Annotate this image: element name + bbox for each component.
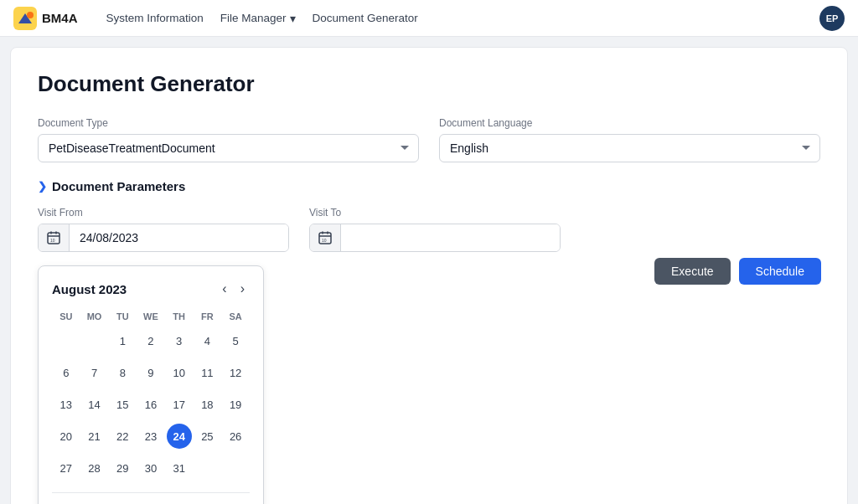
cal-header-fr: FR xyxy=(194,308,222,325)
cal-day-13[interactable]: 13 xyxy=(54,392,79,417)
visit-to-group: Visit To 10 xyxy=(309,207,561,252)
calendar: August 2023 ‹ › SU MO TU WE TH FR SA xyxy=(38,265,264,504)
cal-header-mo: MO xyxy=(80,308,109,325)
cal-day-23[interactable]: 23 xyxy=(138,424,163,449)
svg-text:10: 10 xyxy=(50,238,55,243)
cal-header-su: SU xyxy=(52,308,80,325)
cal-day-14[interactable]: 14 xyxy=(82,392,107,417)
action-bar: Execute Schedule xyxy=(654,258,821,285)
nav-system-info[interactable]: System Information xyxy=(98,0,212,37)
cal-day-24[interactable]: 24 xyxy=(167,424,192,449)
cal-day-1[interactable]: 1 xyxy=(110,328,135,353)
cal-day-3[interactable]: 3 xyxy=(167,328,192,353)
cal-header-th: TH xyxy=(165,308,194,325)
avatar[interactable]: EP xyxy=(819,6,845,31)
calendar-icon: 10 xyxy=(47,231,60,244)
bm4a-logo-icon xyxy=(13,7,37,30)
visit-to-input-wrapper: 10 xyxy=(309,224,561,252)
cal-day-9[interactable]: 9 xyxy=(138,360,163,385)
cal-day-4[interactable]: 4 xyxy=(194,328,220,353)
cal-day-6[interactable]: 6 xyxy=(54,360,79,385)
schedule-button[interactable]: Schedule xyxy=(739,258,821,285)
cal-day-16[interactable]: 16 xyxy=(138,392,163,417)
execute-button[interactable]: Execute xyxy=(654,258,731,285)
doc-lang-label: Document Language xyxy=(439,117,820,129)
cal-day-27[interactable]: 27 xyxy=(54,455,79,481)
visit-from-input-wrapper: 10 xyxy=(38,224,289,252)
doc-params-label: Document Parameters xyxy=(52,179,185,193)
cal-day-22[interactable]: 22 xyxy=(110,424,135,449)
cal-day-17[interactable]: 17 xyxy=(167,392,192,417)
cal-day-25[interactable]: 25 xyxy=(194,424,220,449)
doc-type-select[interactable]: PetDiseaseTreatmentDocument xyxy=(38,134,419,162)
doc-params-section-header: ❯ Document Parameters xyxy=(38,179,820,193)
calendar-prev-btn[interactable]: ‹ xyxy=(217,280,231,298)
doc-lang-group: Document Language English French Spanish… xyxy=(439,117,820,162)
calendar-month-year: August 2023 xyxy=(52,282,127,296)
page-title: Document Generator xyxy=(38,71,820,97)
cal-day-2[interactable]: 2 xyxy=(138,328,163,353)
cal-day-12[interactable]: 12 xyxy=(223,360,248,385)
cal-day-19[interactable]: 19 xyxy=(223,392,248,417)
visit-to-calendar-icon-btn[interactable]: 10 xyxy=(310,224,341,251)
cal-day-15[interactable]: 15 xyxy=(110,392,135,417)
svg-text:10: 10 xyxy=(322,238,327,243)
cal-day-7[interactable]: 7 xyxy=(82,360,107,385)
visit-from-input[interactable] xyxy=(70,224,288,251)
cal-day-31[interactable]: 31 xyxy=(167,455,192,481)
cal-header-sa: SA xyxy=(221,308,250,325)
doc-type-label: Document Type xyxy=(38,117,419,129)
cal-day-10[interactable]: 10 xyxy=(167,360,192,385)
section-chevron-icon: ❯ xyxy=(38,180,47,193)
date-row: Visit From 10 Visit To xyxy=(38,207,820,252)
nav-links: System Information File Manager ▾ Docume… xyxy=(98,0,799,37)
visit-from-calendar-icon-btn[interactable]: 10 xyxy=(39,224,70,251)
cal-day-28[interactable]: 28 xyxy=(82,455,107,481)
cal-header-we: WE xyxy=(137,308,165,325)
cal-day-20[interactable]: 20 xyxy=(54,424,79,449)
cal-day-26[interactable]: 26 xyxy=(223,424,248,449)
svg-point-1 xyxy=(27,12,34,18)
cal-day-11[interactable]: 11 xyxy=(194,360,220,385)
visit-to-label: Visit To xyxy=(309,207,561,219)
file-manager-dropdown-icon: ▾ xyxy=(290,12,296,25)
doc-type-group: Document Type PetDiseaseTreatmentDocumen… xyxy=(38,117,419,162)
cal-day-30[interactable]: 30 xyxy=(138,455,163,481)
navbar: BM4A System Information File Manager ▾ D… xyxy=(0,0,858,37)
cal-header-tu: TU xyxy=(108,308,137,325)
calendar-header: August 2023 ‹ › xyxy=(52,280,250,298)
calendar-next-btn[interactable]: › xyxy=(235,280,250,298)
visit-to-input[interactable] xyxy=(341,224,560,251)
cal-day-21[interactable]: 21 xyxy=(82,424,107,449)
cal-day-8[interactable]: 8 xyxy=(110,360,135,385)
visit-from-label: Visit From xyxy=(38,207,289,219)
doc-type-lang-row: Document Type PetDiseaseTreatmentDocumen… xyxy=(38,117,820,162)
calendar-grid: SU MO TU WE TH FR SA 1234567891011121314… xyxy=(52,308,250,484)
nav-doc-generator[interactable]: Document Generator xyxy=(304,0,426,37)
cal-day-18[interactable]: 18 xyxy=(194,392,220,417)
visit-from-group: Visit From 10 xyxy=(38,207,289,252)
doc-lang-select[interactable]: English French Spanish German xyxy=(439,134,820,162)
calendar-footer: Today Clear xyxy=(52,492,250,504)
cal-day-5[interactable]: 5 xyxy=(223,328,248,353)
calendar-icon-2: 10 xyxy=(318,231,332,244)
brand[interactable]: BM4A xyxy=(13,7,78,30)
nav-file-manager[interactable]: File Manager ▾ xyxy=(212,0,304,37)
cal-day-29[interactable]: 29 xyxy=(110,455,135,481)
calendar-today-btn[interactable]: Today xyxy=(52,500,250,504)
